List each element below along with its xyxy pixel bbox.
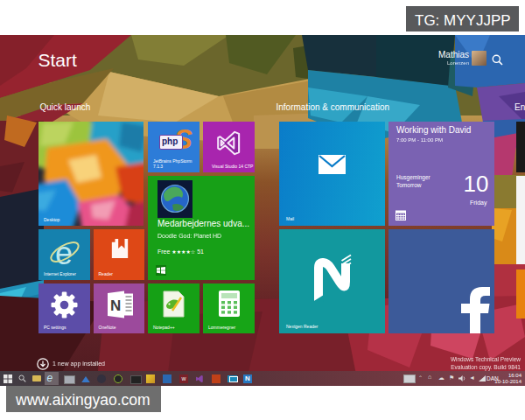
svg-text:N: N xyxy=(110,298,121,314)
svg-text:e: e xyxy=(55,235,73,271)
